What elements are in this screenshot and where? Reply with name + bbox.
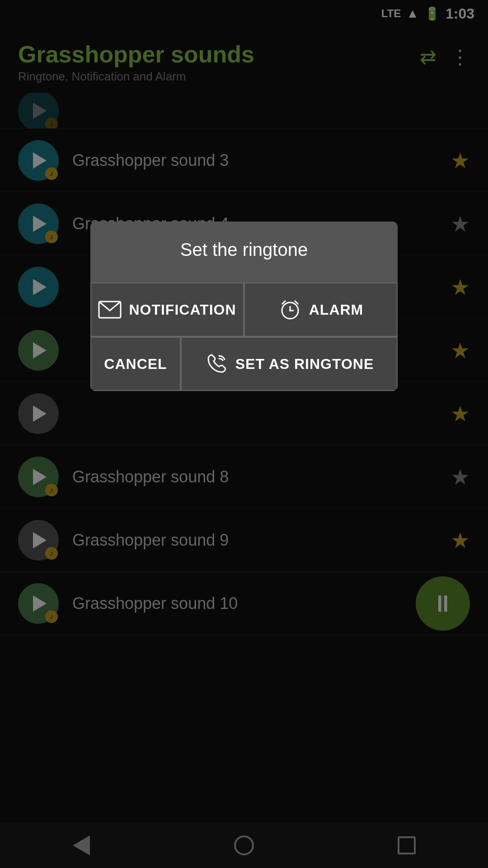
- set-as-ringtone-button[interactable]: SET AS RINGTONE: [181, 337, 398, 391]
- dialog-bottom-row: CANCEL SET AS RINGTONE: [90, 337, 398, 391]
- dialog-overlay: Set the ringtone NOTIFICATION: [0, 0, 488, 868]
- dialog-title: Set the ringtone: [90, 222, 398, 283]
- dialog-top-row: NOTIFICATION ALARM: [90, 283, 398, 337]
- phone-icon: [205, 352, 228, 376]
- notification-button[interactable]: NOTIFICATION: [90, 283, 244, 337]
- cancel-label: CANCEL: [104, 356, 167, 373]
- set-ringtone-dialog: Set the ringtone NOTIFICATION: [90, 222, 398, 391]
- envelope-icon: [98, 300, 122, 320]
- set-as-ringtone-label: SET AS RINGTONE: [235, 356, 374, 373]
- alarm-icon: [278, 298, 302, 321]
- svg-point-6: [289, 310, 291, 311]
- alarm-button[interactable]: ALARM: [244, 283, 398, 337]
- notification-label: NOTIFICATION: [129, 302, 236, 318]
- alarm-label: ALARM: [309, 302, 364, 318]
- cancel-button[interactable]: CANCEL: [90, 337, 181, 391]
